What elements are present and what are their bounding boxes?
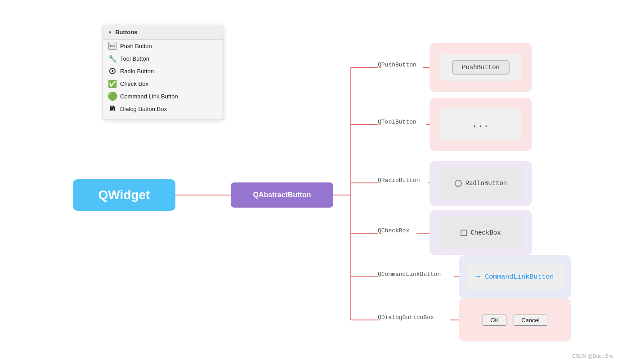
qpushbutton-label: QPushButton xyxy=(378,62,416,68)
watermark: CSDN @Duck Bro xyxy=(572,353,613,359)
tool-button-dots: ... xyxy=(472,120,489,129)
radio-button-preview-inner: RadioButton xyxy=(439,168,523,199)
dialog-buttons-container: OK Cancel xyxy=(481,315,549,326)
qradiobutton-label: QRadioButton xyxy=(378,177,420,184)
dialog-box-icon: 🖹 xyxy=(108,105,116,113)
dialog-box-preview-box: OK Cancel xyxy=(459,298,571,342)
radio-button-preview-box: RadioButton xyxy=(430,161,532,206)
tool-button-preview-inner: ... xyxy=(440,108,521,141)
tool-button-label: Tool Button xyxy=(120,55,149,62)
push-button-label: Push Button xyxy=(120,43,152,49)
radio-circle-icon xyxy=(455,180,462,187)
tool-button-icon: 🔧 xyxy=(108,54,116,62)
cmd-link-arrow-icon: → xyxy=(476,273,481,281)
qwidget-box: QWidget xyxy=(73,179,175,211)
dialog-box-label: Dialog Button Box xyxy=(120,106,167,112)
ok-button[interactable]: OK xyxy=(483,315,506,326)
sidebar-item-push[interactable]: OK Push Button xyxy=(103,40,223,52)
check-box-text: CheckBox xyxy=(470,229,501,236)
sidebar-header: ∨ Buttons xyxy=(103,25,223,40)
check-box-preview-box: CheckBox xyxy=(430,210,532,255)
check-square-icon xyxy=(461,230,467,236)
tool-button-preview-box: ... xyxy=(430,98,532,151)
sidebar-item-dialog[interactable]: 🖹 Dialog Button Box xyxy=(103,102,223,115)
radio-button-text: RadioButton xyxy=(465,180,507,187)
sidebar-item-check[interactable]: ✅ Check Box xyxy=(103,77,223,90)
radio-button-icon xyxy=(108,67,116,75)
push-button-widget[interactable]: PushButton xyxy=(452,60,510,75)
cmd-link-text: CommandLinkButton xyxy=(485,273,554,281)
qtoolbutton-label: QToolButton xyxy=(378,119,416,125)
check-box-icon: ✅ xyxy=(108,80,116,88)
push-button-preview-inner: PushButton xyxy=(440,54,521,81)
radio-button-label: Radio Button xyxy=(120,68,154,75)
chevron-icon: ∨ xyxy=(108,29,112,36)
sidebar-item-radio[interactable]: Radio Button xyxy=(103,65,223,77)
qdialogbuttonbox-label: QDialogButtonBox xyxy=(378,314,434,321)
cancel-button[interactable]: Cancel xyxy=(514,315,547,326)
qwidget-label: QWidget xyxy=(98,188,150,202)
push-button-icon: OK xyxy=(108,42,116,50)
check-box-preview-inner: CheckBox xyxy=(439,217,523,249)
sidebar-item-cmd[interactable]: 🟢 Command Link Button xyxy=(103,90,223,102)
sidebar-title: Buttons xyxy=(115,29,137,36)
sidebar-item-tool[interactable]: 🔧 Tool Button xyxy=(103,52,223,65)
cmd-link-label: Command Link Button xyxy=(120,93,178,100)
cmd-link-preview-inner: → CommandLinkButton xyxy=(465,263,564,290)
sidebar-panel: ∨ Buttons OK Push Button 🔧 Tool Button R… xyxy=(103,25,223,120)
check-box-label: Check Box xyxy=(120,80,148,87)
cmd-link-icon: 🟢 xyxy=(108,92,116,100)
qabstract-button-box: QAbstractButton xyxy=(231,182,333,208)
push-button-preview-box: PushButton xyxy=(430,43,532,92)
qcheckbox-label: QCheckBox xyxy=(378,227,409,234)
cmd-link-preview-box: → CommandLinkButton xyxy=(459,255,571,298)
qcommandlinkbutton-label: QCommandLinkButton xyxy=(378,271,441,278)
qabstract-label: QAbstractButton xyxy=(253,191,311,199)
